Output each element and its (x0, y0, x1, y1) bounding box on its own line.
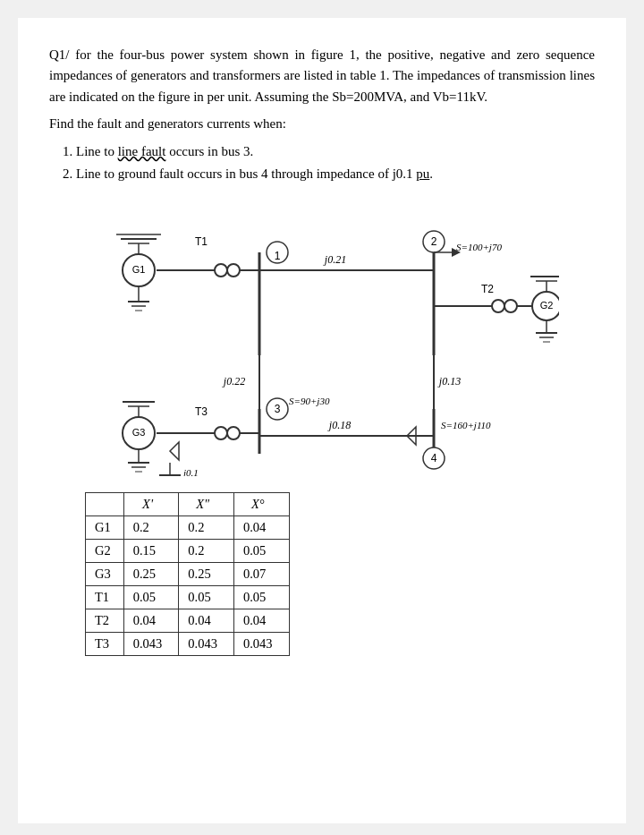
table-row: T2 0.04 0.04 0.04 (86, 609, 290, 632)
circuit-svg: 1 2 3 4 j0.21 j0.22 j0.13 (85, 199, 559, 476)
table-row: T3 0.043 0.043 0.043 (86, 632, 290, 655)
g3-load-arrow (170, 442, 179, 460)
line-fault-text: line fault (118, 144, 166, 158)
t3-label: T3 (195, 405, 208, 418)
svg-point-14 (227, 264, 240, 277)
z-line34-label: j0.18 (327, 419, 351, 431)
bus3-label: 3 (275, 402, 281, 414)
z-line12-label: j0.21 (323, 253, 346, 266)
svg-point-39 (215, 427, 227, 439)
row-g1-xp: 0.2 (123, 515, 179, 539)
row-t2-xdp: 0.04 (179, 609, 234, 632)
col-header-empty (86, 492, 124, 515)
bus1-label: 1 (275, 249, 281, 261)
t1-label: T1 (195, 235, 208, 248)
col-header-xprime: X' (123, 492, 179, 515)
row-g2-x0: 0.05 (233, 539, 289, 562)
question-item-1: Line to line fault occurs in bus 3. (76, 141, 595, 164)
z-line13-label: j0.22 (222, 375, 245, 388)
svg-point-13 (215, 264, 227, 277)
find-text: Find the fault and generators currents w… (49, 116, 595, 132)
g2-label: G2 (540, 300, 554, 311)
row-t3-label: T3 (86, 632, 124, 655)
svg-point-26 (492, 300, 504, 312)
svg-point-40 (227, 427, 240, 439)
bus4-label: 4 (431, 451, 437, 464)
g3-label: G3 (132, 427, 146, 438)
row-g2-label: G2 (86, 539, 124, 562)
g1-label: G1 (132, 264, 146, 275)
row-t2-label: T2 (86, 609, 124, 632)
row-t2-xp: 0.04 (123, 609, 179, 632)
row-t1-xp: 0.05 (123, 585, 179, 609)
row-g1-x0: 0.04 (233, 515, 289, 539)
row-t1-label: T1 (86, 585, 124, 609)
row-t3-xdp: 0.043 (179, 632, 234, 655)
table-container: X' X" X° G1 0.2 0.2 0.04 G2 0.15 0.2 0.0… (85, 492, 595, 656)
row-g1-label: G1 (86, 515, 124, 539)
load2-label: S=100+j70 (456, 242, 502, 252)
pu-text: pu (416, 166, 429, 181)
row-g3-xdp: 0.25 (179, 562, 234, 585)
row-g3-xp: 0.25 (123, 562, 179, 585)
row-g2-xp: 0.15 (123, 539, 179, 562)
bus2-label: 2 (431, 234, 437, 247)
question-list: Line to line fault occurs in bus 3. Line… (76, 141, 595, 186)
row-t2-x0: 0.04 (233, 609, 289, 632)
impedance-table: X' X" X° G1 0.2 0.2 0.04 G2 0.15 0.2 0.0… (85, 492, 290, 656)
row-t3-x0: 0.043 (233, 632, 289, 655)
row-g3-x0: 0.07 (233, 562, 289, 585)
table-row: G2 0.15 0.2 0.05 (86, 539, 290, 562)
question-item-2: Line to ground fault occurs in bus 4 thr… (76, 163, 595, 186)
table-row: G3 0.25 0.25 0.07 (86, 562, 290, 585)
row-g1-xdp: 0.2 (179, 515, 234, 539)
svg-point-27 (504, 300, 517, 312)
row-t3-xp: 0.043 (123, 632, 179, 655)
z-line24-label: j0.13 (437, 375, 461, 388)
col-header-xdprime: X" (179, 492, 234, 515)
load4-label: S=160+j110 (441, 420, 491, 430)
load3-label: S=90+j30 (289, 396, 330, 406)
page: Q1/ for the four-bus power system shown … (18, 18, 626, 823)
row-t1-xdp: 0.05 (179, 585, 234, 609)
t2-label: T2 (481, 283, 494, 295)
circuit-diagram: 1 2 3 4 j0.21 j0.22 j0.13 (49, 199, 595, 476)
g3-gnd-z-label: j0.1 (182, 467, 199, 476)
row-t1-x0: 0.05 (233, 585, 289, 609)
table-row: G1 0.2 0.2 0.04 (86, 515, 290, 539)
row-g3-label: G3 (86, 562, 124, 585)
table-row: T1 0.05 0.05 0.05 (86, 585, 290, 609)
question-intro: Q1/ for the four-bus power system shown … (49, 45, 595, 107)
row-g2-xdp: 0.2 (179, 539, 234, 562)
col-header-xzero: X° (233, 492, 289, 515)
table-header-row: X' X" X° (86, 492, 290, 515)
